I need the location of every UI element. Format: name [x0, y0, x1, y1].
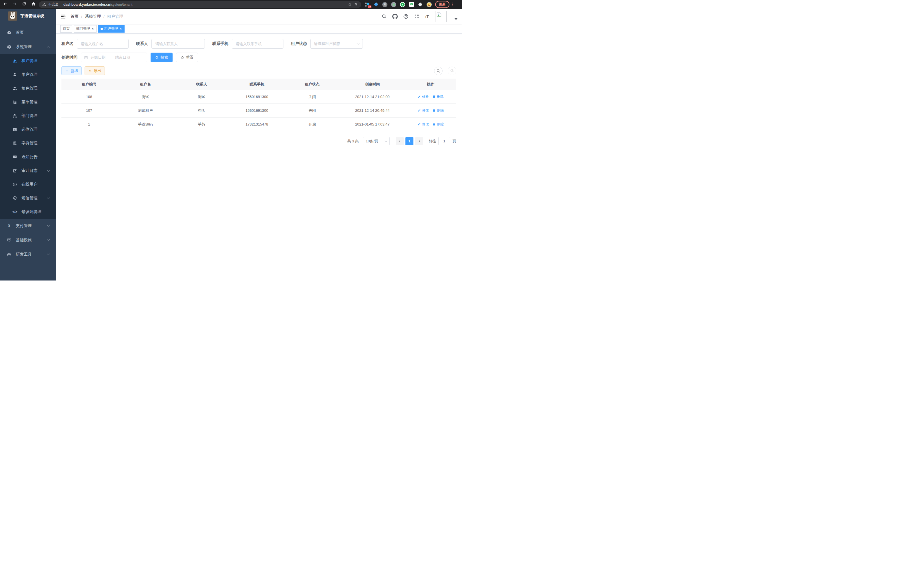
extension-y-icon[interactable]: Y — [400, 2, 405, 7]
browser-menu-icon[interactable] — [451, 3, 454, 6]
export-button[interactable]: 导出 — [85, 66, 105, 75]
tenant-table: 租户编号 租户名 联系人 联系手机 租户状态 创建时间 操作 108测试测试15… — [62, 79, 456, 131]
sidebar-item-4[interactable]: 角色管理 — [0, 81, 56, 95]
sidebar-item-1[interactable]: 系统管理 — [0, 40, 56, 54]
refresh-table-button[interactable] — [448, 67, 456, 75]
extensions-puzzle-icon[interactable] — [418, 2, 423, 7]
forward-icon[interactable] — [12, 2, 17, 8]
avatar[interactable] — [435, 11, 447, 22]
trash-icon — [432, 109, 436, 112]
sidebar-item-2[interactable]: 租户管理 — [0, 54, 56, 68]
contact-input[interactable] — [152, 39, 205, 49]
breadcrumb-system[interactable]: 系统管理 — [85, 14, 101, 19]
delete-link[interactable]: 删除 — [432, 122, 444, 127]
sidebar-item-3[interactable]: 用户管理 — [0, 68, 56, 81]
reload-icon[interactable] — [22, 2, 27, 8]
col-tenant-name: 租户名 — [117, 79, 174, 90]
extension-chat-icon[interactable] — [409, 2, 414, 7]
github-icon[interactable] — [392, 14, 398, 19]
table-row-0: 108测试测试15601691300关闭2021-12-14 21:02:09修… — [62, 90, 456, 104]
sidebar-item-8[interactable]: 字典管理 — [0, 136, 56, 150]
users-icon — [13, 86, 17, 91]
sidebar-item-13[interactable]: </>错误码管理 — [0, 205, 56, 219]
sidebar-item-15[interactable]: 基础设施 — [0, 233, 56, 247]
not-secure-warning-icon — [42, 3, 46, 6]
trash-icon — [432, 95, 436, 98]
search-icon[interactable] — [381, 14, 387, 19]
page-size-select[interactable]: 10条/页 — [363, 137, 390, 145]
toolbox-icon — [7, 252, 11, 257]
pencil-icon — [417, 95, 421, 98]
date-range-picker[interactable]: 开始日期 - 结束日期 — [81, 53, 147, 62]
cell-status: 关闭 — [285, 104, 340, 117]
pencil-icon — [417, 122, 421, 126]
breadcrumb-separator: / — [81, 14, 82, 19]
delete-link[interactable]: 删除 — [432, 108, 444, 113]
avatar-caret-icon[interactable] — [454, 18, 458, 20]
sidebar-item-11[interactable]: 在线用户 — [0, 177, 56, 191]
chevron-down-icon — [385, 139, 387, 142]
reset-button[interactable]: 重置 — [176, 53, 198, 62]
fullscreen-icon[interactable] — [414, 14, 419, 19]
sidebar-item-12[interactable]: 短信管理 — [0, 191, 56, 205]
table-header-row: 租户编号 租户名 联系人 联系手机 租户状态 创建时间 操作 — [62, 79, 456, 90]
security-label: 不安全 — [48, 2, 58, 7]
cell-tenant-name: 测试 — [117, 90, 174, 104]
edit-link[interactable]: 修改 — [417, 94, 429, 99]
help-icon[interactable] — [403, 14, 409, 19]
sidebar-item-9[interactable]: 通知公告 — [0, 150, 56, 164]
cell-tenant-name: 测试租户 — [117, 104, 174, 117]
contact-label: 联系人 — [136, 41, 148, 46]
extension-tiles-icon[interactable]: 10 — [364, 2, 370, 7]
url-host: dashboard.yudao.iocoder.cn — [63, 3, 110, 7]
add-button[interactable]: 新增 — [62, 66, 82, 75]
end-date: 结束日期 — [115, 55, 130, 60]
cell-mobile: 15601691300 — [229, 104, 284, 117]
table-row-1: 107测试租户秃头15601691300关闭2021-12-14 20:49:4… — [62, 104, 456, 117]
close-icon[interactable]: × — [92, 27, 94, 31]
profile-emoji-icon[interactable] — [427, 2, 432, 7]
edit-link[interactable]: 修改 — [417, 108, 429, 113]
share-icon[interactable] — [348, 2, 352, 7]
tenant-name-input[interactable] — [77, 39, 129, 49]
extension-dot-icon[interactable] — [391, 2, 396, 7]
edit-link[interactable]: 修改 — [417, 122, 429, 127]
home-icon[interactable] — [31, 2, 36, 8]
breadcrumb-current: 租户管理 — [107, 14, 123, 19]
sidebar-collapse-icon[interactable] — [60, 14, 66, 20]
next-page-button[interactable] — [415, 137, 423, 145]
cell-status: 关闭 — [285, 90, 340, 104]
sidebar-item-14[interactable]: ¥支付管理 — [0, 219, 56, 233]
bookmark-star-icon[interactable] — [354, 2, 358, 7]
tab-tenant[interactable]: 租户管理 × — [98, 25, 124, 33]
delete-link[interactable]: 删除 — [432, 94, 444, 99]
mobile-input[interactable] — [232, 39, 284, 49]
chrome-update-button[interactable]: 更新 — [435, 1, 449, 8]
goto-page-input[interactable] — [438, 137, 450, 145]
chevron-left-icon — [398, 140, 401, 143]
extension-kite-icon[interactable] — [374, 2, 379, 7]
logo-row[interactable]: 芋道管理系统 — [0, 9, 56, 23]
font-size-icon[interactable]: TT — [425, 14, 429, 19]
sidebar-item-6[interactable]: 部门管理 — [0, 109, 56, 123]
sidebar-item-7[interactable]: 岗位管理 — [0, 123, 56, 136]
address-bar[interactable]: 不安全 dashboard.yudao.iocoder.cn/system/te… — [39, 1, 361, 8]
sidebar-item-0[interactable]: 首页 — [0, 26, 56, 40]
search-button[interactable]: 搜索 — [151, 53, 172, 62]
page-1-button[interactable]: 1 — [405, 137, 413, 145]
close-icon[interactable]: × — [119, 27, 122, 31]
extension-command-icon[interactable]: ⌘ — [382, 2, 387, 7]
sidebar-item-16[interactable]: 研发工具 — [0, 247, 56, 262]
toggle-search-button[interactable] — [434, 67, 442, 75]
tab-home[interactable]: 首页 — [60, 25, 72, 33]
status-select[interactable]: 请选择租户状态 — [310, 39, 363, 49]
breadcrumb-home[interactable]: 首页 — [70, 14, 79, 19]
user-icon — [13, 72, 17, 77]
prev-page-button[interactable] — [396, 137, 404, 145]
back-icon[interactable] — [3, 2, 8, 8]
col-status: 租户状态 — [285, 79, 340, 90]
sidebar-item-5[interactable]: 菜单管理 — [0, 95, 56, 109]
sidebar-item-10[interactable]: 审计日志 — [0, 164, 56, 177]
tab-dept[interactable]: 部门管理 × — [74, 25, 97, 33]
cell-contact: 测试 — [174, 90, 229, 104]
